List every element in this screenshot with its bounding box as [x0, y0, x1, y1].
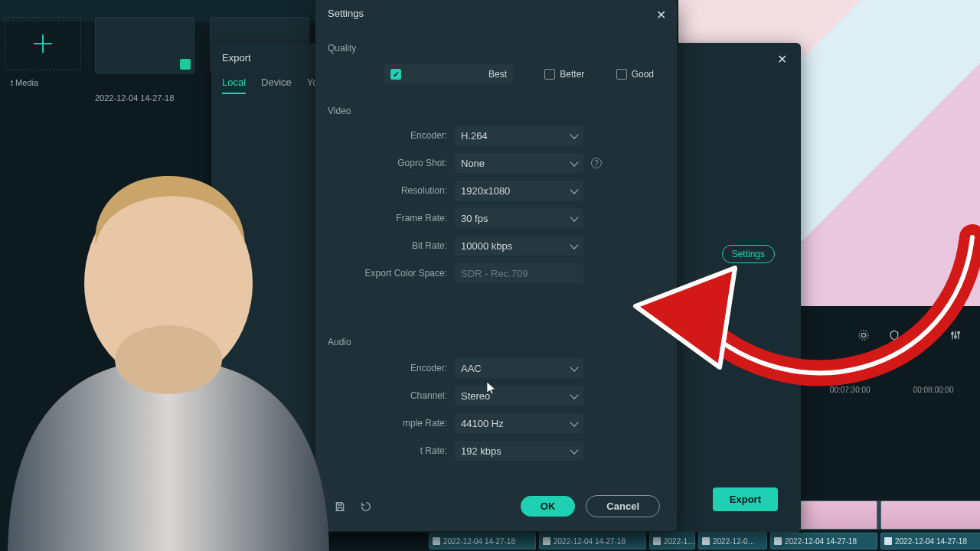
media-clip[interactable]: [95, 17, 194, 73]
label-channel: Channel:: [328, 390, 447, 401]
music-note-icon: [433, 537, 440, 545]
chevron-down-icon: [570, 185, 578, 194]
video-editor-app: 2022-12-04 14-27-18 t Media :00:00 00:07…: [0, 0, 980, 551]
chevron-down-icon: [570, 390, 578, 399]
close-icon[interactable]: ✕: [656, 8, 666, 22]
chevron-down-icon: [570, 213, 578, 221]
import-media-label: t Media: [11, 78, 38, 87]
video-clip[interactable]: [880, 500, 980, 530]
settings-button[interactable]: Settings: [722, 245, 775, 263]
section-quality: Quality: [328, 43, 356, 54]
chevron-down-icon: [570, 240, 578, 249]
voiceover-icon[interactable]: [919, 329, 931, 341]
mixer-icon[interactable]: [949, 329, 962, 341]
quality-options: Best Better Good: [384, 64, 654, 84]
label-video-bitrate: Bit Rate:: [328, 240, 447, 251]
ruler-tick: 00:07:30:00: [830, 386, 871, 394]
dialog-title: Settings: [328, 8, 364, 19]
audio-clip[interactable]: 2022-12-0…: [698, 533, 767, 549]
svg-rect-2: [923, 331, 926, 336]
checkbox-icon: [390, 69, 401, 80]
chevron-down-icon: [570, 418, 578, 426]
tab-device[interactable]: Device: [261, 77, 292, 94]
snapshot-icon[interactable]: [858, 329, 870, 341]
select-audio-encoder[interactable]: AAC: [455, 358, 583, 378]
help-icon[interactable]: ?: [591, 158, 602, 168]
audio-clip[interactable]: 2022-1…: [649, 533, 695, 549]
label-sample-rate: mple Rate:: [328, 418, 447, 429]
quality-better[interactable]: Better: [544, 64, 584, 84]
media-clip-caption: 2022-12-04 14-27-18: [95, 93, 210, 103]
music-note-icon: [653, 537, 661, 545]
dialog-actions: OK Cancel: [315, 495, 677, 517]
settings-dialog: Settings ✕ Quality Best Better Good Vide…: [315, 0, 677, 531]
section-video: Video: [328, 106, 351, 116]
reset-icon[interactable]: [358, 499, 374, 514]
select-audio-bitrate[interactable]: 192 kbps: [455, 441, 583, 461]
svg-rect-7: [338, 507, 341, 510]
select-color-space: SDR - Rec.709: [455, 263, 583, 283]
audio-clip[interactable]: 2022-12-04 14-27-18: [770, 533, 877, 549]
section-audio: Audio: [328, 337, 351, 347]
label-audio-bitrate: t Rate:: [328, 445, 447, 456]
chevron-down-icon: [570, 445, 578, 454]
music-note-icon: [884, 537, 892, 545]
plus-icon: [32, 33, 54, 54]
select-video-bitrate[interactable]: 10000 kbps: [455, 236, 583, 256]
chevron-down-icon: [570, 130, 578, 139]
label-audio-encoder: Encoder:: [328, 363, 447, 373]
marker-icon[interactable]: [888, 329, 900, 341]
checkbox-icon: [616, 69, 627, 80]
export-tabs: Local Device Yo: [222, 77, 318, 94]
music-note-icon: [774, 537, 782, 545]
check-icon: [180, 59, 191, 70]
audio-clip[interactable]: 2022-12-04 14-27-18: [539, 533, 646, 549]
select-video-encoder[interactable]: H.264: [455, 126, 583, 145]
music-note-icon: [702, 537, 710, 545]
svg-rect-6: [338, 502, 341, 504]
audio-clip[interactable]: 2022-12-04 14-27-18: [429, 533, 536, 549]
chevron-down-icon: [570, 158, 578, 166]
cancel-button[interactable]: Cancel: [586, 495, 660, 517]
svg-point-1: [859, 331, 868, 340]
svg-point-9: [115, 325, 222, 394]
chevron-down-icon: [570, 363, 578, 371]
audio-track[interactable]: 2022-12-04 14-27-18 2022-12-04 14-27-18 …: [429, 533, 980, 549]
checkbox-icon: [544, 69, 555, 80]
quality-best[interactable]: Best: [384, 64, 513, 84]
import-media-button[interactable]: [5, 17, 81, 70]
ruler-tick: 00:08:00:00: [913, 386, 954, 394]
save-preset-icon[interactable]: [332, 499, 348, 514]
label-frame-rate: Frame Rate:: [328, 213, 447, 223]
music-note-icon: [543, 537, 550, 545]
select-gopro-shot[interactable]: None: [455, 153, 583, 173]
select-sample-rate[interactable]: 44100 Hz: [455, 413, 583, 433]
ok-button[interactable]: OK: [521, 496, 576, 517]
label-gopro-shot: Gopro Shot:: [328, 158, 447, 168]
select-frame-rate[interactable]: 30 fps: [455, 208, 583, 228]
export-button[interactable]: Export: [713, 487, 778, 511]
label-resolution: Resolution:: [328, 185, 447, 196]
svg-point-0: [861, 333, 865, 337]
export-title: Export: [222, 52, 251, 64]
select-channel[interactable]: Stereo: [455, 386, 583, 406]
close-icon[interactable]: ✕: [777, 52, 787, 67]
audio-clip[interactable]: 2022-12-04 14-27-18: [880, 533, 980, 549]
tab-local[interactable]: Local: [222, 77, 246, 94]
select-resolution[interactable]: 1920x1080: [455, 181, 583, 201]
label-video-encoder: Encoder:: [328, 130, 447, 141]
label-color-space: Export Color Space:: [328, 268, 447, 279]
quality-good[interactable]: Good: [616, 64, 654, 84]
